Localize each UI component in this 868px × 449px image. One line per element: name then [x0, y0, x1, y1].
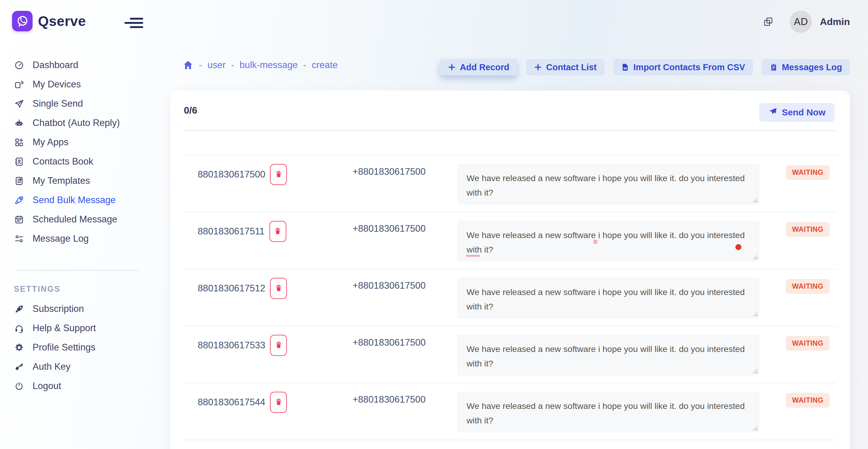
user-menu[interactable]: AD Admin [763, 8, 850, 35]
message-cell: We have released a new software i hope y… [458, 326, 786, 383]
breadcrumb-separator: - [303, 60, 306, 70]
breadcrumb-link[interactable]: bulk-message [240, 60, 298, 70]
sidebar-item-label: Help & Support [33, 323, 96, 333]
csv-icon: CSV [621, 63, 629, 71]
panel-header: 0/6 Send Now [183, 90, 837, 131]
sidebar-item-label: Subscription [33, 303, 84, 314]
delete-row-button[interactable] [270, 335, 287, 356]
home-icon[interactable] [183, 60, 193, 70]
message-text: We have released a new software i hope y… [467, 401, 745, 425]
whatsapp-icon [16, 14, 29, 28]
table-body: 8801830617500 +8801830617500 We have rel… [183, 156, 837, 440]
status-badge: WAITING [786, 279, 830, 294]
receiver-cell: 8801830617544 [198, 383, 352, 413]
sidebar-item[interactable]: Dashboard [0, 56, 152, 75]
device-number: +8801830617500 [352, 394, 426, 405]
sidebar-item[interactable]: Logout [0, 376, 152, 396]
trash-icon [275, 341, 283, 350]
sidebar-item-label: Single Send [33, 98, 83, 109]
spellcheck-mark [593, 240, 597, 244]
send-now-button[interactable]: Send Now [759, 103, 835, 122]
receiver-number: 8801830617544 [198, 397, 265, 408]
templates-icon [14, 176, 24, 186]
device-cell: +8801830617500 [352, 156, 458, 212]
device-cell: +8801830617500 [352, 269, 458, 326]
sidebar-item[interactable]: Profile Settings [0, 338, 152, 357]
status-cell: WAITING [786, 383, 837, 440]
message-textarea[interactable]: We have released a new software i hope y… [458, 278, 759, 318]
message-text: We have released a new software i hope y… [467, 344, 745, 368]
resize-handle[interactable] [753, 312, 757, 316]
user-name: Admin [820, 16, 850, 27]
resize-handle[interactable] [753, 255, 757, 259]
sidebar-item[interactable]: My Templates [0, 171, 152, 190]
sidebar-item[interactable]: Subscription [0, 299, 152, 319]
sidebar-item[interactable]: Help & Support [0, 319, 152, 338]
message-text: We have released a new software i hope y… [467, 173, 745, 197]
sidebar-item[interactable]: Single Send [0, 94, 152, 113]
sidebar-item[interactable]: My Apps [0, 133, 152, 152]
breadcrumb-link[interactable]: create [312, 60, 338, 70]
message-cell: We have released a new software i hope y… [458, 269, 786, 326]
resize-handle[interactable] [753, 369, 757, 373]
toolbar-button[interactable]: Contact List [526, 59, 604, 75]
delete-row-button[interactable] [270, 221, 286, 242]
resize-handle[interactable] [753, 198, 757, 202]
receiver-number: 8801830617533 [198, 340, 265, 351]
sidebar-item[interactable]: Scheduled Message [0, 210, 152, 229]
sidebar-item-label: Send Bulk Message [33, 195, 116, 205]
sidebar-item[interactable]: My Devices [0, 75, 152, 94]
message-textarea[interactable]: We have released a new software i hope y… [458, 221, 759, 261]
toolbar-button[interactable]: Messages Log [762, 59, 850, 75]
receiver-number: 8801830617500 [198, 169, 265, 180]
sidebar-item-label: Chatbot (Auto Reply) [33, 118, 120, 128]
breadcrumb-link[interactable]: user [207, 60, 225, 70]
rocket-outline-icon [14, 195, 24, 205]
toolbar-button-label: Contact List [546, 62, 597, 72]
delete-row-button[interactable] [270, 164, 287, 185]
app-logo [12, 11, 33, 31]
sidebar-item[interactable]: Contacts Book [0, 152, 152, 171]
device-number: +8801830617500 [352, 337, 426, 348]
sidebar-item[interactable]: Chatbot (Auto Reply) [0, 113, 152, 133]
menu-toggle-icon[interactable] [124, 17, 143, 29]
message-cell: We have released a new software i hope y… [458, 156, 786, 212]
sidebar-item-label: My Apps [33, 137, 68, 148]
clipboard-icon [770, 63, 778, 71]
toolbar-button[interactable]: CSV Import Contacts From CSV [613, 59, 753, 75]
message-textarea[interactable]: We have released a new software i hope y… [458, 392, 759, 432]
message-textarea[interactable]: We have released a new software i hope y… [458, 335, 759, 375]
breadcrumb-separator: - [199, 60, 202, 70]
delete-row-button[interactable] [270, 392, 287, 413]
status-badge: WAITING [786, 336, 830, 351]
resize-handle[interactable] [753, 426, 757, 430]
device-number: +8801830617500 [352, 280, 426, 291]
sidebar-item[interactable]: Send Bulk Message [0, 190, 152, 210]
toolbar-button[interactable]: Add Record [440, 59, 517, 75]
toolbar-button-label: Messages Log [782, 62, 842, 72]
device-cell: +8801830617500 [352, 383, 458, 440]
settings-section-label: SETTINGS [0, 270, 152, 299]
trash-icon [274, 227, 282, 236]
plus-icon [534, 63, 542, 71]
receiver-cell: 8801830617512 [198, 269, 352, 299]
copy-icon[interactable] [763, 17, 773, 27]
avatar[interactable]: AD [789, 10, 812, 33]
progress-counter: 0/6 [184, 105, 197, 116]
sidebar-item-label: Scheduled Message [33, 214, 117, 225]
status-cell: WAITING [786, 213, 837, 269]
trash-icon [275, 284, 283, 293]
delete-row-button[interactable] [270, 278, 287, 299]
device-cell: +8801830617500 [352, 326, 458, 383]
chatbot-icon [14, 118, 24, 128]
table-row: 8801830617511 +8801830617500 We have rel… [183, 213, 837, 269]
receiver-number: 8801830617511 [198, 226, 265, 237]
sidebar-item[interactable]: Message Log [0, 229, 152, 248]
key-icon [14, 362, 24, 372]
svg-text:CSV: CSV [624, 67, 627, 69]
message-textarea[interactable]: We have released a new software i hope y… [458, 164, 759, 204]
breadcrumb-segment: - create [303, 60, 338, 70]
power-icon [14, 381, 24, 391]
message-cell: We have released a new software i hope y… [458, 383, 786, 440]
sidebar-item[interactable]: Auth Key [0, 357, 152, 376]
